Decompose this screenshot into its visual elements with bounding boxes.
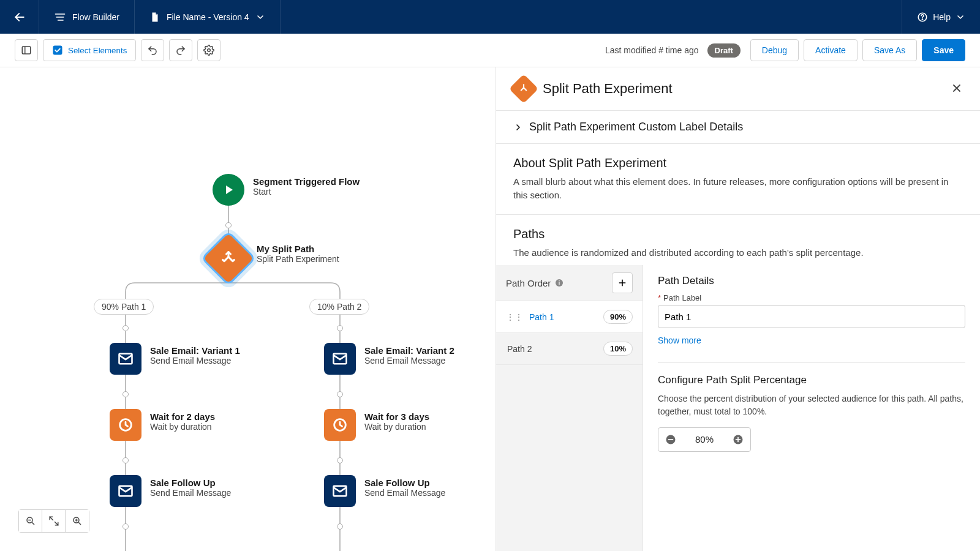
panel-left-icon [21,45,32,56]
node-email-variant-2[interactable]: Sale Email: Variant 2 Send Email Message [324,343,454,375]
split-node-icon [201,231,257,287]
custom-label-section[interactable]: Split Path Experiment Custom Label Detai… [496,111,980,144]
canvas[interactable]: Segment Triggered Flow Start My Split Pa… [0,67,496,551]
svg-rect-3 [22,47,31,54]
activate-button[interactable]: Activate [804,39,858,61]
mail-icon [117,482,134,500]
add-port[interactable] [337,325,343,331]
email-node-icon [324,475,356,507]
add-port[interactable] [337,523,343,530]
add-port[interactable] [225,222,232,228]
node-sub: Wait by duration [150,422,215,432]
paths-heading: Paths [513,227,963,241]
toggle-left-panel-button[interactable] [15,39,38,61]
plus-circle-icon [732,433,744,446]
checkbox-icon [52,45,63,56]
path-order-label: Path Order [506,278,551,288]
play-icon [221,182,236,197]
svg-line-26 [55,522,58,525]
path-row-1[interactable]: ⋮⋮ Path 1 90% [496,301,643,333]
path-name: Path 1 [529,312,554,322]
node-start[interactable]: Segment Triggered Flow Start [213,174,360,206]
path-label-input[interactable] [658,305,965,328]
add-path-button[interactable] [612,272,633,293]
node-title: Wait for 2 days [150,411,215,422]
add-port[interactable] [337,457,343,463]
stepper-value: 80% [683,434,726,444]
email-node-icon [110,343,141,375]
path-label-field-label: *Path Label [658,293,965,302]
redo-button[interactable] [169,39,192,61]
stepper-decrement[interactable] [658,428,683,451]
close-panel-button[interactable] [951,82,963,96]
gear-icon [203,45,214,56]
wait-node-icon [110,409,141,441]
path-pct: 90% [603,310,633,324]
split-icon [518,83,530,95]
help-menu[interactable]: Help [902,0,980,34]
svg-point-2 [922,19,923,20]
node-followup-1[interactable]: Sale Follow Up Send Email Message [110,475,231,507]
node-title: Wait for 3 days [364,411,429,422]
node-wait-3-days[interactable]: Wait for 3 days Wait by duration [324,409,429,441]
file-switcher[interactable]: File Name - Version 4 [135,0,281,34]
info-icon[interactable] [554,278,564,288]
debug-button[interactable]: Debug [750,39,799,61]
config-heading: Configure Path Split Percentage [658,374,965,386]
about-description: A small blurb about what this element do… [513,175,963,202]
add-port[interactable] [337,391,343,397]
svg-rect-39 [668,439,673,440]
zoom-fit-button[interactable] [42,510,66,532]
node-sub: Start [253,187,360,197]
zoom-out-button[interactable] [19,510,42,532]
zoom-controls [18,509,89,533]
paths-section-intro: Paths The audience is randomized and dis… [496,215,980,266]
node-title: Sale Follow Up [150,478,231,488]
add-port[interactable] [123,523,129,530]
save-as-button[interactable]: Save As [862,39,917,61]
panel-title: Split Path Experiment [543,81,942,97]
svg-line-25 [50,517,53,520]
file-icon [149,12,160,23]
node-followup-2[interactable]: Sale Follow Up Send Email Message [324,475,445,507]
flow-icon [54,11,66,23]
chevron-right-icon [513,122,523,132]
path-order-list: Path Order ⋮⋮ Path 1 90% P [496,265,643,551]
node-email-variant-1[interactable]: Sale Email: Variant 1 Send Email Message [110,343,240,375]
path-order-header: Path Order [496,265,643,301]
topbar-left: Flow Builder File Name - Version 4 [0,0,281,34]
properties-panel: Split Path Experiment Split Path Experim… [496,67,980,551]
zoom-in-icon [72,515,83,527]
path-row-2[interactable]: Path 2 10% [496,333,643,365]
back-button[interactable] [0,0,39,34]
topbar: Flow Builder File Name - Version 4 Help [0,0,980,34]
mail-icon [331,482,349,500]
zoom-in-button[interactable] [66,510,89,532]
select-elements-button[interactable]: Select Elements [43,39,136,61]
node-label: Segment Triggered Flow Start [253,174,360,197]
save-button[interactable]: Save [922,39,965,61]
start-node-icon [213,174,244,206]
undo-button[interactable] [141,39,164,61]
add-port[interactable] [123,325,129,331]
redo-icon [175,45,186,56]
help-label: Help [933,12,951,22]
stepper-increment[interactable] [726,428,750,451]
percentage-stepper: 80% [658,427,751,452]
node-split-path[interactable]: My Split Path Split Path Experiment [209,239,339,278]
node-title: Sale Email: Variant 1 [150,345,240,356]
settings-button[interactable] [197,39,221,61]
show-more-link[interactable]: Show more [658,335,701,345]
path-details-heading: Path Details [658,275,965,287]
node-title: Sale Follow Up [364,478,445,488]
path-name: Path 2 [507,344,532,354]
node-wait-2-days[interactable]: Wait for 2 days Wait by duration [110,409,215,441]
node-sub: Split Path Experiment [257,254,339,264]
file-label: File Name - Version 4 [167,12,249,22]
svg-point-6 [208,49,211,52]
add-port[interactable] [123,391,129,397]
svg-rect-34 [559,282,560,285]
add-port[interactable] [123,457,129,463]
drag-handle-icon[interactable]: ⋮⋮ [506,312,523,322]
app-identity: Flow Builder [39,0,135,34]
